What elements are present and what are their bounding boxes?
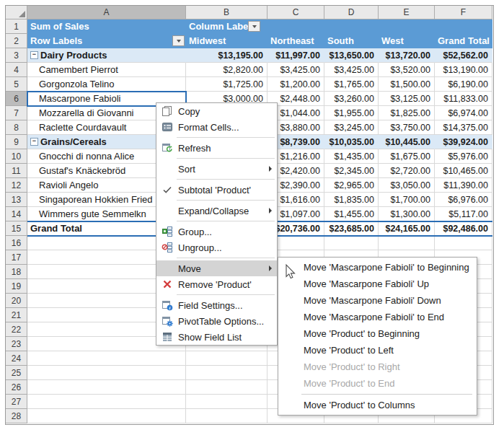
- menu-item-copy[interactable]: Copy: [156, 103, 277, 119]
- row-header-11[interactable]: 11: [6, 164, 27, 178]
- cell-F15[interactable]: $92,486.00: [435, 221, 492, 236]
- submenu-item-move-mascarpone-fabioli-to-beginning[interactable]: Move 'Mascarpone Fabioli' to Beginning: [278, 259, 477, 276]
- cell-A4[interactable]: Camembert Pierrot: [27, 63, 186, 77]
- row-header-26[interactable]: 26: [6, 380, 27, 395]
- row-header-7[interactable]: 7: [6, 106, 27, 120]
- row-header-13[interactable]: 13: [6, 193, 27, 207]
- cell-A25[interactable]: [27, 366, 186, 380]
- cell-D1[interactable]: [324, 19, 379, 34]
- submenu-item-move-mascarpone-fabioli-up[interactable]: Move 'Mascarpone Fabioli' Up: [278, 276, 477, 292]
- row-header-16[interactable]: 16: [6, 236, 27, 250]
- column-header-A[interactable]: A: [27, 6, 186, 19]
- row-header-21[interactable]: 21: [6, 308, 27, 322]
- cell-D9[interactable]: $10,035.00: [324, 135, 379, 149]
- row-header-27[interactable]: 27: [6, 395, 27, 409]
- cell-D15[interactable]: $23,685.00: [324, 221, 379, 236]
- submenu-item-move-mascarpone-fabioli-down[interactable]: Move 'Mascarpone Fabioli' Down: [278, 292, 477, 309]
- cell-D14[interactable]: $1,455.00: [324, 207, 379, 221]
- cell-F11[interactable]: $10,465.00: [435, 164, 492, 178]
- cell-F12[interactable]: $11,390.00: [435, 178, 492, 193]
- menu-item-show-field-list[interactable]: Show Field List: [156, 329, 277, 345]
- cell-E15[interactable]: $24,165.00: [379, 221, 435, 236]
- column-header-C[interactable]: C: [268, 6, 324, 19]
- cell-D2[interactable]: South: [324, 34, 379, 48]
- row-header-17[interactable]: 17: [6, 250, 27, 265]
- column-labels-filter-button[interactable]: [248, 21, 260, 32]
- cell-A28[interactable]: [27, 409, 186, 423]
- cell-F14[interactable]: $5,117.00: [435, 207, 492, 221]
- column-header-E[interactable]: E: [379, 6, 435, 19]
- row-header-23[interactable]: 23: [6, 337, 27, 351]
- row-header-2[interactable]: 2: [6, 34, 27, 48]
- cell-F7[interactable]: $6,974.00: [435, 106, 492, 120]
- menu-item-format-cells[interactable]: Format Cells...: [156, 119, 277, 135]
- row-header-20[interactable]: 20: [6, 294, 27, 308]
- row-header-10[interactable]: 10: [6, 149, 27, 164]
- cell-C1[interactable]: [268, 19, 324, 34]
- menu-item-subtotal-product[interactable]: Subtotal 'Product': [156, 182, 277, 198]
- cell-A1[interactable]: Sum of Sales: [27, 19, 186, 34]
- cell-F16[interactable]: [435, 236, 492, 250]
- cell-C2[interactable]: Northeast: [268, 34, 324, 48]
- cell-E3[interactable]: $13,720.00: [379, 48, 435, 63]
- cell-F13[interactable]: $6,976.00: [435, 193, 492, 207]
- cell-A24[interactable]: [27, 351, 186, 366]
- cell-E1[interactable]: [379, 19, 435, 34]
- cell-B4[interactable]: $2,820.00: [186, 63, 268, 77]
- row-header-24[interactable]: 24: [6, 351, 27, 366]
- cell-B27[interactable]: [186, 395, 268, 409]
- cell-E11[interactable]: $2,720.00: [379, 164, 435, 178]
- collapse-box-icon[interactable]: −: [30, 51, 38, 59]
- cell-E4[interactable]: $3,520.00: [379, 63, 435, 77]
- row-labels-filter-button[interactable]: [172, 35, 185, 46]
- cell-B24[interactable]: [186, 351, 268, 366]
- cell-E7[interactable]: $1,825.00: [379, 106, 435, 120]
- cell-E10[interactable]: $1,675.00: [379, 149, 435, 164]
- cell-A2[interactable]: Row Labels: [27, 34, 186, 48]
- cell-F3[interactable]: $52,562.00: [435, 48, 492, 63]
- row-header-28[interactable]: 28: [6, 409, 27, 423]
- row-header-9[interactable]: 9: [6, 135, 27, 149]
- cell-B2[interactable]: Midwest: [186, 34, 268, 48]
- menu-item-refresh[interactable]: Refresh: [156, 140, 277, 156]
- column-header-D[interactable]: D: [324, 6, 379, 19]
- cell-D8[interactable]: $3,245.00: [324, 120, 379, 135]
- row-header-15[interactable]: 15: [6, 221, 27, 236]
- menu-item-pivottable-options[interactable]: PivotTable Options...: [156, 313, 277, 329]
- cell-E9[interactable]: $10,445.00: [379, 135, 435, 149]
- cell-F8[interactable]: $14,375.00: [435, 120, 492, 135]
- row-header-3[interactable]: 3: [6, 48, 27, 63]
- menu-item-expand-collapse[interactable]: Expand/Collapse: [156, 203, 277, 219]
- cell-D11[interactable]: $2,345.00: [324, 164, 379, 178]
- cell-D13[interactable]: $1,835.00: [324, 193, 379, 207]
- cell-D12[interactable]: $2,965.00: [324, 178, 379, 193]
- cell-B26[interactable]: [186, 380, 268, 395]
- row-header-14[interactable]: 14: [6, 207, 27, 221]
- row-header-1[interactable]: 1: [6, 19, 27, 34]
- row-header-19[interactable]: 19: [6, 279, 27, 294]
- cell-D5[interactable]: $1,765.00: [324, 77, 379, 92]
- row-header-25[interactable]: 25: [6, 366, 27, 380]
- cell-A5[interactable]: Gorgonzola Telino: [27, 77, 186, 92]
- menu-item-move[interactable]: Move: [156, 260, 277, 276]
- cell-D7[interactable]: $1,955.00: [324, 106, 379, 120]
- cell-B1[interactable]: Column Labels: [186, 19, 268, 34]
- cell-E12[interactable]: $3,050.00: [379, 178, 435, 193]
- menu-item-remove-product[interactable]: Remove 'Product': [156, 276, 277, 292]
- cell-A3[interactable]: −Dairy Products: [27, 48, 186, 63]
- submenu-item-move-product-to-columns[interactable]: Move 'Product' to Columns: [278, 397, 477, 413]
- menu-item-sort[interactable]: Sort: [156, 161, 277, 177]
- menu-item-ungroup[interactable]: Ungroup...: [156, 240, 277, 255]
- row-header-12[interactable]: 12: [6, 178, 27, 193]
- cell-D3[interactable]: $13,650.00: [324, 48, 379, 63]
- cell-C4[interactable]: $3,425.00: [268, 63, 324, 77]
- submenu-item-move-product-to-beginning[interactable]: Move 'Product' to Beginning: [278, 325, 477, 342]
- cell-E16[interactable]: [379, 236, 435, 250]
- submenu-item-move-product-to-left[interactable]: Move 'Product' to Left: [278, 342, 477, 359]
- row-header-18[interactable]: 18: [6, 265, 27, 279]
- cell-D16[interactable]: [324, 236, 379, 250]
- menu-item-group[interactable]: Group...: [156, 224, 277, 240]
- cell-E5[interactable]: $1,500.00: [379, 77, 435, 92]
- collapse-box-icon[interactable]: −: [30, 138, 38, 146]
- submenu-item-move-mascarpone-fabioli-to-end[interactable]: Move 'Mascarpone Fabioli' to End: [278, 309, 477, 325]
